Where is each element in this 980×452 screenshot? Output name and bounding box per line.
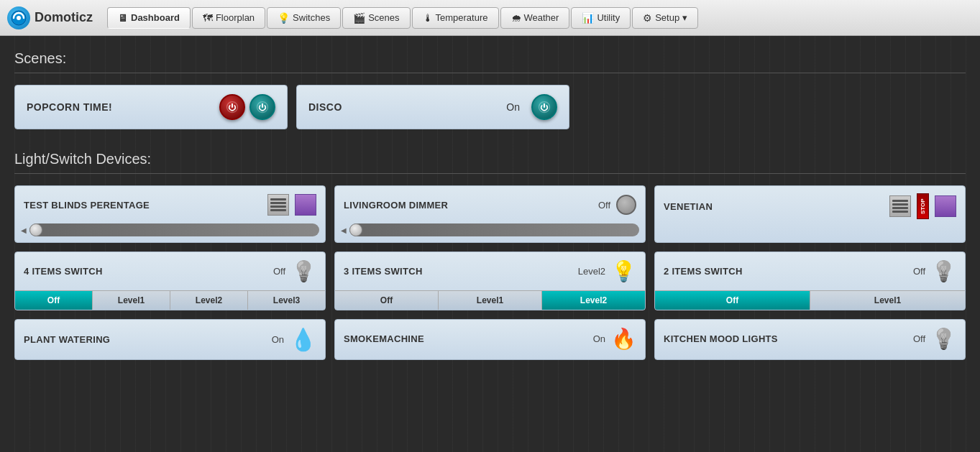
device-4items-buttons: Off Level1 Level2 Level3 bbox=[15, 290, 325, 310]
4items-btn-off[interactable]: Off bbox=[15, 291, 93, 310]
device-2items-name: 2 ITEMS SWITCH bbox=[664, 266, 743, 277]
navbar: Domoticz 🖥 Dashboard 🗺 Floorplan 💡 Switc… bbox=[0, 0, 980, 36]
device-3items-buttons: Off Level1 Level2 bbox=[335, 290, 645, 310]
dimmer-slider-left-arrow[interactable]: ◀ bbox=[341, 226, 347, 234]
tab-scenes-label: Scenes bbox=[368, 12, 399, 23]
device-plant-status-area: On 💧 bbox=[272, 327, 316, 352]
device-4items-status-area: Off 💡 bbox=[273, 259, 316, 283]
4items-btn-level1[interactable]: Level1 bbox=[93, 291, 170, 310]
tab-switches[interactable]: 💡 Switches bbox=[267, 7, 341, 29]
temperature-icon: 🌡 bbox=[423, 12, 433, 24]
tab-setup[interactable]: ⚙ Setup ▾ bbox=[632, 7, 698, 29]
device-card-2-items: 2 ITEMS SWITCH Off 💡 Off Level1 bbox=[654, 252, 966, 310]
tab-switches-label: Switches bbox=[293, 12, 330, 23]
2items-btn-off[interactable]: Off bbox=[655, 291, 810, 310]
dashboard-icon: 🖥 bbox=[118, 12, 128, 24]
device-3items-name: 3 ITEMS SWITCH bbox=[344, 266, 423, 277]
device-kitchen-status-area: Off 💡 bbox=[913, 327, 956, 351]
tab-temperature[interactable]: 🌡 Temperature bbox=[412, 7, 499, 29]
scene-popcorn-name: POPCORN TIME! bbox=[27, 101, 112, 113]
scenes-icon: 🎬 bbox=[353, 12, 365, 24]
device-kitchen-name: KITCHEN MOOD LIGHTS bbox=[664, 333, 778, 344]
device-3items-status-area: Level2 💡 bbox=[578, 259, 636, 283]
device-4items-name: 4 ITEMS SWITCH bbox=[24, 266, 103, 277]
brand-name: Domoticz bbox=[35, 10, 93, 25]
weather-icon: 🌧 bbox=[511, 12, 521, 24]
scenes-row: POPCORN TIME! bbox=[14, 85, 966, 129]
device-smoke-status: On bbox=[593, 333, 605, 344]
devices-divider bbox=[14, 173, 966, 174]
dimmer-slider-track[interactable] bbox=[349, 223, 639, 236]
slider-left-arrow[interactable]: ◀ bbox=[21, 226, 27, 234]
brand: Domoticz bbox=[7, 6, 93, 29]
scene-disco-name: DISCO bbox=[308, 101, 342, 113]
scene-card-disco: DISCO On bbox=[296, 85, 569, 129]
device-card-4-items: 4 ITEMS SWITCH Off 💡 Off Level1 Level2 L… bbox=[14, 252, 326, 310]
tab-utility-label: Utility bbox=[597, 12, 620, 23]
scenes-title: Scenes: bbox=[14, 50, 966, 67]
blind-open-icon[interactable] bbox=[267, 194, 289, 216]
device-test-blinds-controls bbox=[267, 194, 316, 216]
3items-btn-level2[interactable]: Level2 bbox=[542, 291, 645, 310]
4items-btn-level2[interactable]: Level2 bbox=[170, 291, 248, 310]
device-dimmer-status: Off bbox=[598, 200, 610, 211]
device-card-livingroom-dimmer: LIVINGROOM DIMMER Off ◀ bbox=[334, 185, 646, 243]
device-card-plant-watering: PLANT WATERING On 💧 bbox=[14, 319, 326, 360]
venetian-close-icon[interactable] bbox=[935, 195, 956, 217]
tab-utility[interactable]: 📊 Utility bbox=[571, 7, 631, 29]
devices-title: Light/Switch Devices: bbox=[14, 151, 966, 167]
device-smoke-name: SMOKEMACHINE bbox=[344, 333, 424, 344]
device-card-venetian: VENETIAN STOP bbox=[654, 185, 966, 243]
scene-card-popcorn: POPCORN TIME! bbox=[14, 85, 288, 129]
device-kitchen-status: Off bbox=[913, 333, 925, 344]
blind-close-icon[interactable] bbox=[295, 194, 316, 216]
switches-icon: 💡 bbox=[278, 12, 290, 24]
device-card-kitchen-mood: KITCHEN MOOD LIGHTS Off 💡 bbox=[654, 319, 966, 360]
device-venetian-header: VENETIAN STOP bbox=[655, 186, 965, 226]
device-dimmer-header: LIVINGROOM DIMMER Off bbox=[335, 186, 645, 223]
device-smoke-header: SMOKEMACHINE On 🔥 bbox=[335, 320, 645, 358]
4items-btn-level3[interactable]: Level3 bbox=[248, 291, 325, 310]
tab-floorplan-label: Floorplan bbox=[216, 12, 255, 23]
device-3items-status: Level2 bbox=[578, 266, 605, 277]
dimmer-toggle-button[interactable] bbox=[616, 195, 636, 215]
tab-weather-label: Weather bbox=[524, 12, 559, 23]
brand-icon bbox=[7, 6, 30, 29]
tab-temperature-label: Temperature bbox=[436, 12, 488, 23]
device-2items-header: 2 ITEMS SWITCH Off 💡 bbox=[655, 252, 965, 290]
fire-icon: 🔥 bbox=[611, 327, 636, 351]
tab-dashboard-label: Dashboard bbox=[131, 12, 180, 23]
device-kitchen-header: KITCHEN MOOD LIGHTS Off 💡 bbox=[655, 320, 965, 358]
2items-btn-level1[interactable]: Level1 bbox=[810, 291, 965, 310]
tab-floorplan[interactable]: 🗺 Floorplan bbox=[192, 7, 265, 29]
slider-track-container[interactable] bbox=[29, 223, 319, 236]
devices-grid: TEST BLINDS PERENTAGE ◀ bbox=[14, 185, 966, 360]
device-4items-header: 4 ITEMS SWITCH Off 💡 bbox=[15, 252, 325, 290]
device-plant-name: PLANT WATERING bbox=[24, 334, 110, 345]
device-2items-buttons: Off Level1 bbox=[655, 290, 965, 310]
setup-icon: ⚙ bbox=[643, 12, 652, 24]
kitchen-bulb-icon: 💡 bbox=[931, 327, 956, 351]
device-dimmer-name: LIVINGROOM DIMMER bbox=[344, 200, 448, 211]
venetian-open-icon[interactable] bbox=[889, 195, 911, 217]
device-2items-status-area: Off 💡 bbox=[913, 259, 956, 283]
3items-btn-off[interactable]: Off bbox=[335, 291, 439, 310]
3items-btn-level1[interactable]: Level1 bbox=[439, 291, 542, 310]
device-venetian-controls: STOP bbox=[889, 193, 956, 219]
tab-weather[interactable]: 🌧 Weather bbox=[500, 7, 570, 29]
scenes-divider bbox=[14, 73, 966, 73]
tab-dashboard[interactable]: 🖥 Dashboard bbox=[107, 7, 191, 29]
popcorn-on-button[interactable] bbox=[249, 94, 275, 120]
svg-point-1 bbox=[17, 16, 21, 20]
device-plant-header: PLANT WATERING On 💧 bbox=[15, 320, 325, 359]
tab-scenes[interactable]: 🎬 Scenes bbox=[342, 7, 410, 29]
floorplan-icon: 🗺 bbox=[203, 12, 213, 24]
popcorn-off-button[interactable] bbox=[219, 94, 245, 120]
disco-toggle-button[interactable] bbox=[531, 94, 557, 120]
nav-tabs: 🖥 Dashboard 🗺 Floorplan 💡 Switches 🎬 Sce… bbox=[107, 7, 698, 29]
utility-icon: 📊 bbox=[582, 12, 594, 24]
device-dimmer-status-area: Off bbox=[598, 195, 636, 215]
device-4items-status: Off bbox=[273, 266, 285, 277]
venetian-stop-button[interactable]: STOP bbox=[917, 193, 929, 219]
4items-bulb-icon: 💡 bbox=[291, 259, 316, 283]
